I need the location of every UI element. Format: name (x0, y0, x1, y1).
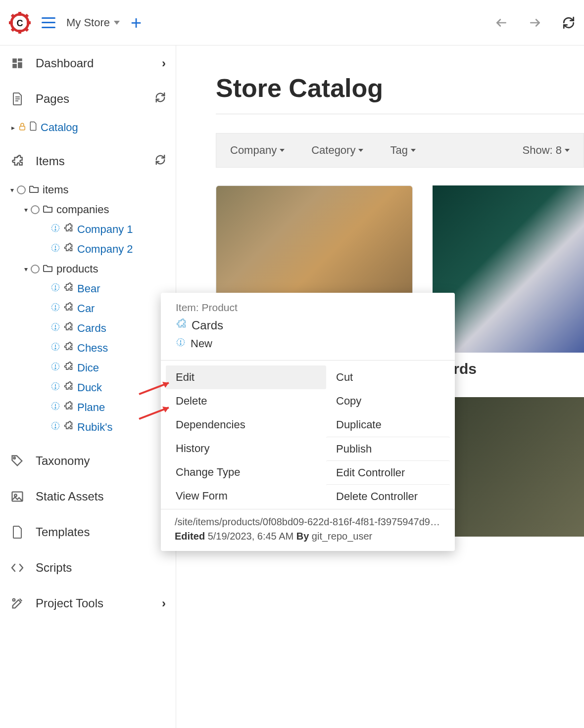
ctx-duplicate[interactable]: Duplicate (326, 413, 450, 437)
tree-company1[interactable]: Company 1 (4, 220, 176, 239)
svg-point-28 (55, 289, 56, 290)
svg-point-37 (55, 348, 56, 349)
svg-text:C: C (17, 18, 23, 28)
ctx-edit-controller[interactable]: Edit Controller (326, 460, 450, 484)
ctx-dependencies[interactable]: Dependencies (166, 413, 326, 437)
tree-cards-label: Cards (77, 322, 106, 335)
product-card-label: Cards (433, 353, 584, 377)
new-content-button[interactable]: + (131, 13, 142, 32)
refresh-button[interactable] (562, 16, 575, 29)
nav-scripts[interactable]: Scripts (0, 550, 176, 586)
tree-car-label: Car (77, 302, 95, 315)
component-icon (63, 421, 73, 434)
product-card-partial[interactable] (433, 397, 584, 537)
nav-dashboard-label: Dashboard (36, 56, 151, 70)
menu-icon[interactable] (42, 17, 55, 28)
component-icon (63, 381, 73, 394)
new-badge-icon (50, 322, 60, 335)
product-card-cards[interactable]: Cards (433, 185, 584, 377)
nav-project-tools-label: Project Tools (36, 596, 151, 610)
tree-products-folder[interactable]: ▾ products (4, 259, 176, 279)
caret-down-icon[interactable]: ▾ (7, 186, 17, 194)
caret-down-icon (358, 149, 363, 152)
svg-point-31 (55, 309, 56, 310)
ctx-history[interactable]: History (166, 437, 326, 460)
pages-refresh-icon[interactable] (155, 92, 166, 106)
new-badge-icon (50, 243, 60, 256)
context-item-type: Item: Product (176, 302, 442, 314)
caret-down-icon[interactable]: ▾ (21, 265, 31, 273)
nav-static-assets[interactable]: Static Assets (0, 479, 176, 514)
ctx-change-type[interactable]: Change Type (166, 460, 326, 484)
tree-chess[interactable]: Chess (4, 338, 176, 358)
tree-cards[interactable]: Cards (4, 318, 176, 338)
svg-point-40 (55, 368, 56, 369)
folder-icon (29, 183, 40, 196)
nav-templates[interactable]: Templates (0, 514, 176, 550)
caret-down-icon[interactable]: ▾ (21, 206, 31, 214)
caret-right-icon: ▸ (8, 124, 18, 132)
ctx-view-form[interactable]: View Form (166, 484, 326, 508)
svg-rect-19 (20, 126, 25, 130)
tree-company1-label: Company 1 (77, 223, 133, 236)
context-item-name: Cards (192, 318, 223, 332)
site-selector[interactable]: My Store (66, 16, 120, 29)
status-circle-icon (31, 205, 40, 214)
page-icon (29, 121, 38, 134)
tree-items-folder[interactable]: ▾ items (4, 180, 176, 200)
new-badge-icon (50, 302, 60, 315)
tree-company2[interactable]: Company 2 (4, 239, 176, 259)
new-badge-icon (50, 282, 60, 295)
filter-bar: Company Category Tag Show: 8 (216, 133, 584, 168)
component-icon (63, 243, 73, 256)
items-refresh-icon[interactable] (155, 154, 166, 168)
new-badge-icon (50, 362, 60, 374)
product-image (433, 185, 584, 353)
nav-forward-button[interactable] (529, 16, 541, 29)
tree-catalog[interactable]: ▸ Catalog (4, 118, 176, 137)
site-name: My Store (66, 16, 110, 29)
filter-company[interactable]: Company (230, 144, 285, 157)
tree-car[interactable]: Car (4, 299, 176, 318)
svg-point-25 (55, 249, 56, 250)
nav-dashboard[interactable]: Dashboard › (0, 46, 176, 81)
ctx-delete-controller[interactable]: Delete Controller (326, 484, 450, 508)
new-badge-icon (50, 401, 60, 414)
filter-show[interactable]: Show: 8 (523, 144, 570, 157)
nav-taxonomy[interactable]: Taxonomy (0, 443, 176, 479)
nav-back-button[interactable] (495, 16, 508, 29)
ctx-copy[interactable]: Copy (326, 389, 450, 413)
filter-tag[interactable]: Tag (390, 144, 415, 157)
component-icon (63, 322, 73, 335)
component-icon (63, 223, 73, 236)
lock-icon (18, 121, 27, 134)
tag-icon (10, 454, 25, 468)
new-badge-icon (50, 342, 60, 355)
ctx-edit[interactable]: Edit (166, 365, 326, 389)
tree-companies-folder[interactable]: ▾ companies (4, 200, 176, 220)
component-icon (63, 401, 73, 414)
tree-bear[interactable]: Bear (4, 279, 176, 299)
svg-point-52 (14, 494, 17, 497)
ctx-cut[interactable]: Cut (326, 365, 450, 389)
ctx-delete[interactable]: Delete (166, 389, 326, 413)
nav-items[interactable]: Items (0, 143, 176, 179)
nav-pages-label: Pages (36, 92, 144, 106)
svg-rect-13 (18, 58, 22, 61)
component-icon (63, 282, 73, 295)
component-icon (63, 342, 73, 355)
tools-icon (10, 596, 25, 611)
app-logo[interactable]: C (9, 12, 31, 34)
component-icon (63, 362, 73, 374)
new-badge-icon (50, 421, 60, 434)
svg-point-43 (55, 388, 56, 389)
nav-static-assets-label: Static Assets (36, 490, 166, 503)
filter-category[interactable]: Category (311, 144, 363, 157)
ctx-publish[interactable]: Publish (326, 437, 450, 460)
nav-pages[interactable]: Pages (0, 81, 176, 117)
nav-project-tools[interactable]: Project Tools › (0, 586, 176, 621)
image-icon (10, 489, 25, 504)
tree-dice[interactable]: Dice (4, 358, 176, 378)
code-icon (10, 560, 25, 575)
svg-rect-4 (27, 21, 31, 24)
